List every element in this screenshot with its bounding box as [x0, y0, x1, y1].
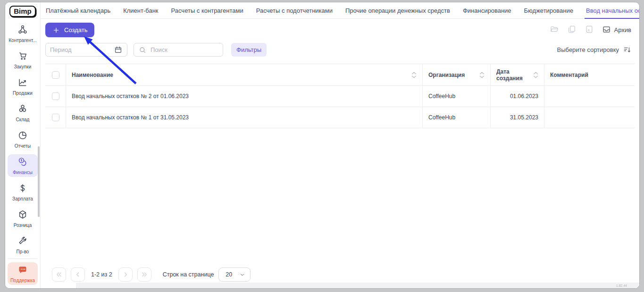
- archive-icon: [602, 25, 611, 35]
- sidebar-item-label: Зарплата: [12, 196, 33, 201]
- pagination: 1-2 из 2 Строк на странице 20: [52, 267, 251, 282]
- sort-chevrons-icon[interactable]: [408, 72, 417, 78]
- copy-icon[interactable]: [567, 25, 577, 36]
- sidebar-item-reports[interactable]: Отчеты: [8, 128, 38, 150]
- prev-page-button[interactable]: [71, 267, 85, 282]
- sidebar-item-production[interactable]: Пр-во: [8, 234, 38, 256]
- sidebar-scrollbar[interactable]: [38, 146, 40, 217]
- header-name[interactable]: Наименование: [66, 64, 423, 85]
- header-comment[interactable]: Комментарий: [544, 64, 635, 85]
- sidebar-item-finances[interactable]: Финансы: [8, 154, 38, 177]
- tab-contractor-settlements[interactable]: Расчеты с контрагентами: [171, 2, 243, 18]
- cell-created-date: 31.05.2023: [491, 107, 544, 128]
- tab-accountable-settlements[interactable]: Расчеты с подотчетниками: [256, 2, 333, 18]
- sidebar-item-salary[interactable]: Зарплата: [8, 181, 38, 203]
- plus-icon: [52, 26, 60, 34]
- pie-chart-icon: [17, 130, 28, 142]
- sort-chevrons-icon[interactable]: [529, 72, 538, 78]
- search-input[interactable]: [134, 43, 223, 57]
- calendar-icon[interactable]: [114, 45, 123, 54]
- filters-bar: Фильтры Выберите сортировку: [41, 40, 639, 57]
- documents-table: Наименование Организация Дата создания К…: [45, 64, 635, 128]
- archive-label: Архив: [614, 26, 631, 33]
- row-checkbox-cell: [45, 86, 66, 107]
- filters-button[interactable]: Фильтры: [231, 43, 267, 57]
- dollar-icon: [17, 183, 28, 195]
- cell-comment: [544, 107, 635, 128]
- create-button[interactable]: Создать: [45, 23, 94, 37]
- cell-organization: CoffeeHub: [423, 107, 491, 128]
- chat-bubble-icon: [17, 265, 28, 277]
- sidebar-item-purchases[interactable]: Закупки: [8, 49, 38, 71]
- main-area: Платёжный календарь Клиент-банк Расчеты …: [41, 2, 639, 288]
- page-size-select[interactable]: 20: [218, 267, 251, 282]
- wrench-icon: [17, 236, 28, 248]
- sidebar: Bimp Контрагент... Закупки Продажи Склад…: [5, 2, 41, 288]
- sidebar-item-label: Розница: [14, 223, 32, 228]
- app-logo[interactable]: Bimp: [9, 6, 36, 17]
- archive-button[interactable]: Архив: [602, 25, 631, 35]
- sidebar-item-label: Продажи: [13, 91, 33, 96]
- sidebar-item-label: Склад: [16, 117, 30, 122]
- header-created-date[interactable]: Дата создания: [491, 64, 544, 85]
- header-organization[interactable]: Организация: [423, 64, 491, 85]
- coins-icon: [17, 157, 28, 169]
- table-row[interactable]: Ввод начальных остатков № 2 от 01.06.202…: [45, 86, 635, 107]
- sidebar-item-sales[interactable]: Продажи: [8, 75, 38, 98]
- sidebar-item-retail[interactable]: Розница: [8, 207, 38, 230]
- search-field[interactable]: [151, 46, 218, 53]
- sort-icon: [623, 46, 631, 54]
- column-label: Дата создания: [496, 68, 529, 82]
- row-checkbox[interactable]: [52, 114, 59, 121]
- select-all-checkbox[interactable]: [52, 71, 59, 79]
- tab-other-cash-operations[interactable]: Прочие операции денежных средств: [345, 2, 450, 18]
- sidebar-item-warehouse[interactable]: Склад: [8, 101, 38, 124]
- period-input[interactable]: [45, 43, 127, 57]
- toolbar-actions: Архив: [550, 25, 631, 36]
- cubes-icon: [17, 104, 28, 116]
- version-label: 1.82.44: [616, 284, 627, 287]
- top-nav: Платёжный календарь Клиент-банк Расчеты …: [41, 2, 639, 19]
- next-page-button[interactable]: [118, 267, 133, 282]
- sort-selector-label: Выберите сортировку: [557, 46, 619, 53]
- table-header-row: Наименование Организация Дата создания К…: [45, 64, 635, 86]
- version-strip: 1.82.44: [76, 283, 639, 288]
- tab-client-bank[interactable]: Клиент-банк: [123, 2, 158, 18]
- cell-comment: [544, 86, 635, 107]
- sidebar-item-label: Закупки: [14, 64, 31, 69]
- row-checkbox[interactable]: [52, 92, 59, 100]
- first-page-button[interactable]: [52, 267, 66, 282]
- file-x-icon[interactable]: [585, 25, 594, 36]
- tab-budgeting[interactable]: Бюджетирование: [524, 2, 573, 18]
- header-checkbox-cell: [45, 64, 66, 85]
- rows-per-page-label: Строк на странице: [163, 271, 214, 278]
- sidebar-divider: [8, 259, 37, 259]
- column-label: Комментарий: [550, 72, 588, 78]
- tab-financing[interactable]: Финансирование: [463, 2, 511, 18]
- create-button-label: Создать: [64, 26, 87, 33]
- sort-chevrons-icon[interactable]: [476, 72, 485, 78]
- sidebar-item-label: Поддержка: [10, 278, 35, 283]
- sidebar-item-label: Пр-во: [17, 249, 29, 254]
- sidebar-item-label: Контрагент...: [9, 38, 37, 43]
- page-size-value: 20: [226, 271, 232, 278]
- column-label: Наименование: [72, 72, 113, 78]
- cell-name: Ввод начальных остатков № 2 от 01.06.202…: [66, 86, 423, 107]
- table-row[interactable]: Ввод начальных остатков № 1 от 31.05.202…: [45, 107, 635, 128]
- tab-payment-calendar[interactable]: Платёжный календарь: [46, 2, 110, 18]
- tab-opening-balances[interactable]: Ввод начальных остатков: [586, 2, 640, 18]
- sort-selector[interactable]: Выберите сортировку: [557, 46, 631, 54]
- open-folder-icon[interactable]: [550, 25, 559, 36]
- chart-line-icon: [17, 77, 28, 90]
- sidebar-item-support[interactable]: Поддержка: [8, 262, 38, 285]
- period-field[interactable]: [50, 46, 114, 53]
- sidebar-item-contractors[interactable]: Контрагент...: [8, 22, 38, 45]
- sidebar-item-label: Отчеты: [15, 143, 31, 149]
- app-window: Bimp Контрагент... Закупки Продажи Склад…: [5, 2, 640, 289]
- toolbar: Создать Архив: [41, 19, 639, 40]
- cart-icon: [17, 51, 28, 63]
- cell-organization: CoffeeHub: [423, 86, 491, 107]
- sidebar-item-label: Финансы: [13, 170, 33, 175]
- chevron-down-icon: [239, 272, 245, 278]
- last-page-button[interactable]: [137, 267, 151, 282]
